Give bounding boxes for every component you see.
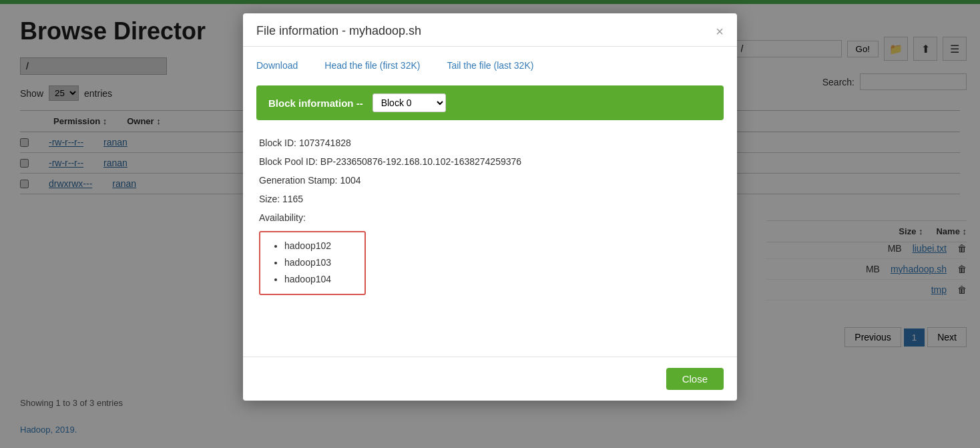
node-1: hadoop102 bbox=[284, 238, 354, 254]
head-file-link[interactable]: Head the file (first 32K) bbox=[324, 60, 420, 71]
modal-title: File information - myhadoop.sh bbox=[256, 24, 421, 38]
node-2: hadoop103 bbox=[284, 254, 354, 271]
generation-stamp: Generation Stamp: 1004 bbox=[259, 171, 721, 190]
close-button[interactable]: Close bbox=[666, 368, 724, 390]
block-info-header: Block information -- Block 0 bbox=[256, 85, 724, 120]
modal-dialog: File information - myhadoop.sh × Downloa… bbox=[243, 13, 737, 401]
modal-footer: Close bbox=[243, 357, 737, 401]
block-info-label: Block information -- bbox=[268, 97, 363, 109]
size-info: Size: 1165 bbox=[259, 190, 721, 208]
background-page: Browse Director Show 25 entries Permissi… bbox=[0, 0, 980, 448]
modal-links: Download Head the file (first 32K) Tail … bbox=[256, 60, 724, 71]
tail-file-link[interactable]: Tail the file (last 32K) bbox=[447, 60, 533, 71]
modal-body: Download Head the file (first 32K) Tail … bbox=[243, 47, 737, 357]
block-id: Block ID: 1073741828 bbox=[259, 134, 721, 152]
availability-list: hadoop102 hadoop103 hadoop104 bbox=[271, 238, 354, 288]
modal-close-button[interactable]: × bbox=[716, 25, 724, 38]
modal-overlay: File information - myhadoop.sh × Downloa… bbox=[0, 0, 980, 448]
block-pool-id: Block Pool ID: BP-233650876-192.168.10.1… bbox=[259, 152, 721, 171]
availability-label: Availability: bbox=[259, 208, 721, 227]
block-select[interactable]: Block 0 bbox=[373, 93, 446, 112]
download-link[interactable]: Download bbox=[256, 60, 298, 71]
block-details: Block ID: 1073741828 Block Pool ID: BP-2… bbox=[256, 134, 724, 295]
modal-header: File information - myhadoop.sh × bbox=[243, 13, 737, 47]
node-3: hadoop104 bbox=[284, 271, 354, 288]
availability-box: hadoop102 hadoop103 hadoop104 bbox=[259, 231, 366, 295]
